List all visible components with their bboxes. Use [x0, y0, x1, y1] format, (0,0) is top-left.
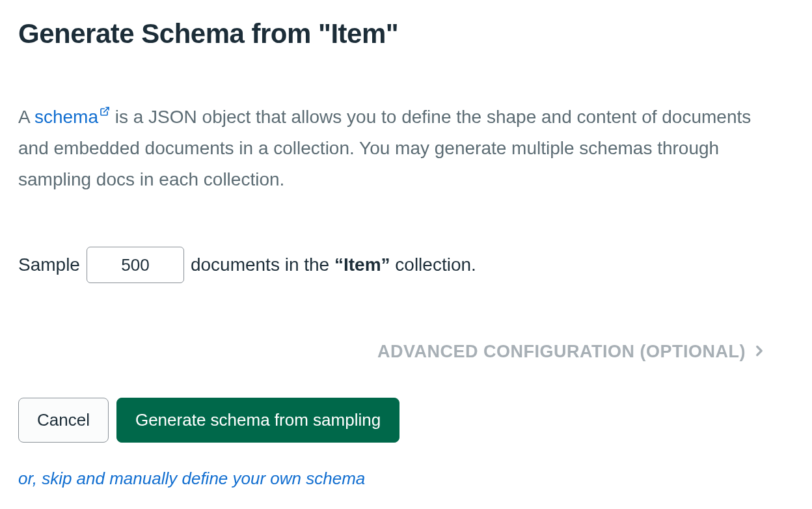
advanced-config-label: ADVANCED CONFIGURATION (OPTIONAL) — [377, 342, 746, 362]
desc-prefix: A — [18, 107, 34, 127]
generate-button[interactable]: Generate schema from sampling — [116, 398, 399, 443]
cancel-button[interactable]: Cancel — [18, 398, 109, 443]
sample-count-input[interactable] — [87, 247, 184, 283]
chevron-right-icon — [751, 342, 768, 362]
desc-suffix: is a JSON object that allows you to defi… — [18, 107, 751, 189]
schema-link[interactable]: schema — [34, 107, 110, 127]
external-link-icon — [100, 95, 110, 126]
skip-link[interactable]: or, skip and manually define your own sc… — [18, 469, 365, 488]
sample-label-after: documents in the “Item” collection. — [191, 255, 476, 275]
button-row: Cancel Generate schema from sampling — [18, 398, 794, 443]
collection-name: “Item” — [334, 255, 390, 275]
sample-label-before: Sample — [18, 255, 80, 275]
page-title: Generate Schema from "Item" — [18, 18, 794, 49]
svg-line-0 — [104, 107, 109, 112]
sample-row: Sample documents in the “Item” collectio… — [18, 247, 794, 283]
description-text: A schema is a JSON object that allows yo… — [18, 95, 786, 195]
advanced-config-toggle[interactable]: ADVANCED CONFIGURATION (OPTIONAL) — [18, 342, 794, 362]
